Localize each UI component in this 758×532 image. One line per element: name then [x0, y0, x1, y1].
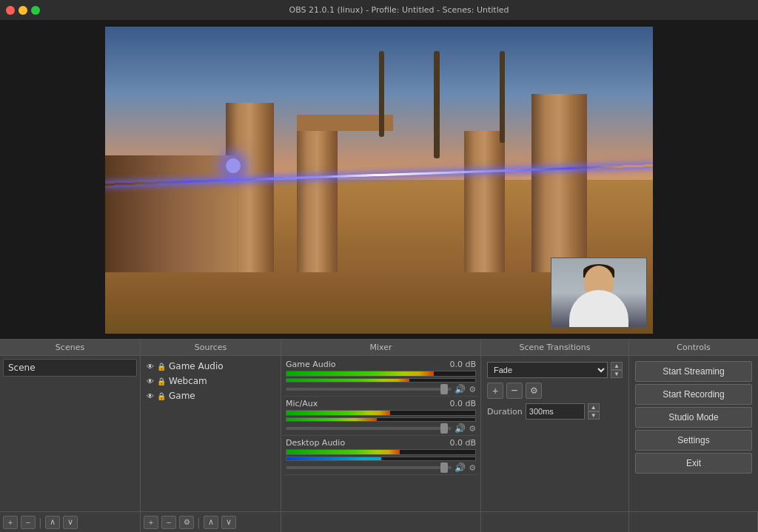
level-meter-mic-aux: [286, 410, 476, 416]
level-meter-mic-aux-2: [286, 417, 476, 422]
scene-up-button[interactable]: ∧: [45, 516, 60, 529]
scenes-header: Scenes: [0, 340, 140, 356]
controls-content: Start Streaming Start Recording Studio M…: [629, 356, 758, 511]
bottom-panel: Scenes Scene Sources 👁 🔒 Game Audio 👁 🔒: [0, 339, 758, 532]
mixer-controls-mic-aux: 🔊 ⚙: [286, 423, 476, 434]
source-down-button[interactable]: ∨: [221, 516, 236, 529]
settings-button[interactable]: Settings: [635, 430, 752, 451]
transition-buttons-row: + − ⚙: [484, 381, 625, 400]
volume-fader-game-audio[interactable]: [286, 388, 452, 391]
transitions-toolbar: [481, 512, 629, 532]
transition-up-button[interactable]: ▲: [611, 362, 623, 370]
sources-content: 👁 🔒 Game Audio 👁 🔒 Webcam 👁 🔒 Game: [141, 356, 281, 511]
sources-header: Sources: [141, 340, 281, 356]
transition-select-row: Fade Cut Swipe Slide ▲ ▼: [484, 359, 625, 381]
volume-fader-mic-aux[interactable]: [286, 427, 452, 430]
source-item-game-audio[interactable]: 👁 🔒 Game Audio: [144, 359, 278, 374]
mixer-channel-desktop-audio: Desktop Audio 0.0 dB 🔊 ⚙: [283, 436, 479, 475]
duration-row: Duration ▲ ▼: [484, 400, 625, 422]
duration-label: Duration: [487, 407, 523, 417]
mixer-content: Game Audio 0.0 dB 🔊 ⚙: [281, 356, 480, 511]
preview-canvas: [105, 27, 653, 334]
window-title: OBS 21.0.1 (linux) - Profile: Untitled -…: [46, 5, 752, 15]
scenes-content: Scene: [0, 356, 140, 511]
mixer-controls-game-audio: 🔊 ⚙: [286, 384, 476, 394]
mixer-controls-desktop-audio: 🔊 ⚙: [286, 462, 476, 473]
transitions-header: Scene Transitions: [481, 340, 628, 356]
transition-settings-button[interactable]: ⚙: [526, 383, 542, 399]
remove-source-button[interactable]: −: [161, 516, 176, 529]
settings-icon-game-audio[interactable]: ⚙: [469, 385, 476, 394]
duration-down-button[interactable]: ▼: [588, 411, 600, 420]
level-meter-desktop-audio: [286, 449, 476, 455]
remove-scene-button[interactable]: −: [21, 516, 36, 529]
titlebar: OBS 21.0.1 (linux) - Profile: Untitled -…: [0, 0, 758, 21]
add-source-button[interactable]: +: [144, 516, 158, 529]
mixer-channel-game-audio: Game Audio 0.0 dB 🔊 ⚙: [283, 357, 479, 397]
window-controls: [6, 6, 40, 15]
duration-up-button[interactable]: ▲: [588, 403, 600, 411]
scene-item[interactable]: Scene: [3, 359, 137, 377]
mixer-channel-mic-aux: Mic/Aux 0.0 dB 🔊 ⚙: [283, 397, 479, 436]
settings-icon-desktop-audio[interactable]: ⚙: [469, 463, 476, 473]
transition-spinbox: ▲ ▼: [611, 362, 623, 378]
mute-icon-game-audio[interactable]: 🔊: [455, 384, 466, 394]
level-meter-game-audio-2: [286, 378, 476, 383]
maximize-window-button[interactable]: [31, 6, 40, 15]
duration-input[interactable]: [526, 403, 585, 420]
mute-icon-desktop-audio[interactable]: 🔊: [455, 462, 466, 473]
close-window-button[interactable]: [6, 6, 15, 15]
add-transition-button[interactable]: +: [487, 383, 503, 399]
source-up-button[interactable]: ∧: [204, 516, 218, 529]
transitions-content: Fade Cut Swipe Slide ▲ ▼ + − ⚙: [481, 356, 628, 511]
source-settings-button[interactable]: ⚙: [179, 516, 194, 529]
visibility-icon: 👁: [147, 392, 154, 400]
duration-spinbox: ▲ ▼: [588, 403, 600, 420]
scenes-toolbar: + − | ∧ ∨: [0, 512, 141, 532]
volume-fader-desktop-audio[interactable]: [286, 466, 452, 469]
mixer-panel: Mixer Game Audio 0.0 dB: [281, 340, 481, 511]
panels-bottom-toolbars: + − | ∧ ∨ + − ⚙ | ∧ ∨: [0, 511, 758, 532]
visibility-icon: 👁: [147, 363, 154, 371]
add-scene-button[interactable]: +: [3, 516, 18, 529]
controls-panel: Controls Start Streaming Start Recording…: [629, 340, 758, 511]
lock-icon: 🔒: [157, 377, 166, 385]
start-recording-button[interactable]: Start Recording: [635, 384, 752, 405]
studio-mode-button[interactable]: Studio Mode: [635, 407, 752, 428]
transition-down-button[interactable]: ▼: [611, 370, 623, 378]
webcam-overlay: [551, 257, 647, 328]
transition-select[interactable]: Fade Cut Swipe Slide: [487, 362, 608, 378]
source-item-webcam[interactable]: 👁 🔒 Webcam: [144, 374, 278, 388]
preview-area: [0, 21, 758, 339]
mixer-toolbar: [281, 512, 481, 532]
settings-icon-mic-aux[interactable]: ⚙: [469, 424, 476, 434]
exit-button[interactable]: Exit: [635, 453, 752, 474]
toolbar-separator: |: [38, 516, 42, 528]
scene-down-button[interactable]: ∨: [63, 516, 78, 529]
mixer-header: Mixer: [281, 340, 480, 356]
remove-transition-button[interactable]: −: [506, 383, 523, 399]
sources-toolbar: + − ⚙ | ∧ ∨: [141, 512, 281, 532]
scene-transitions-panel: Scene Transitions Fade Cut Swipe Slide ▲…: [481, 340, 629, 511]
scenes-panel: Scenes Scene: [0, 340, 141, 511]
lock-icon: 🔒: [157, 392, 166, 400]
controls-header: Controls: [629, 340, 758, 356]
mute-icon-mic-aux[interactable]: 🔊: [455, 423, 466, 434]
webcam-feed: [551, 258, 646, 327]
visibility-icon: 👁: [147, 377, 154, 385]
level-meter-game-audio: [286, 371, 476, 377]
panels-row: Scenes Scene Sources 👁 🔒 Game Audio 👁 🔒: [0, 339, 758, 511]
source-item-game[interactable]: 👁 🔒 Game: [144, 388, 278, 403]
start-streaming-button[interactable]: Start Streaming: [635, 361, 752, 382]
sources-panel: Sources 👁 🔒 Game Audio 👁 🔒 Webcam 👁 🔒 Ga…: [141, 340, 281, 511]
lock-icon: 🔒: [157, 363, 166, 371]
toolbar-separator: |: [197, 516, 201, 528]
controls-toolbar: [629, 512, 758, 532]
minimize-window-button[interactable]: [19, 6, 27, 15]
level-meter-desktop-audio-2: [286, 457, 476, 461]
